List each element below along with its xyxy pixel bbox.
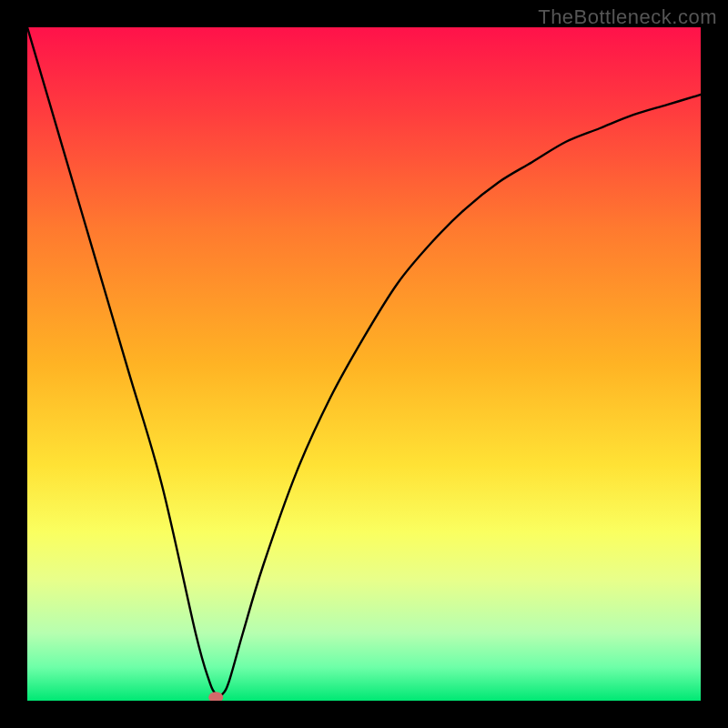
watermark-text: TheBottleneck.com [538, 5, 717, 29]
plot-area [27, 27, 701, 701]
chart-frame: TheBottleneck.com [0, 0, 728, 728]
chart-svg [27, 27, 701, 701]
